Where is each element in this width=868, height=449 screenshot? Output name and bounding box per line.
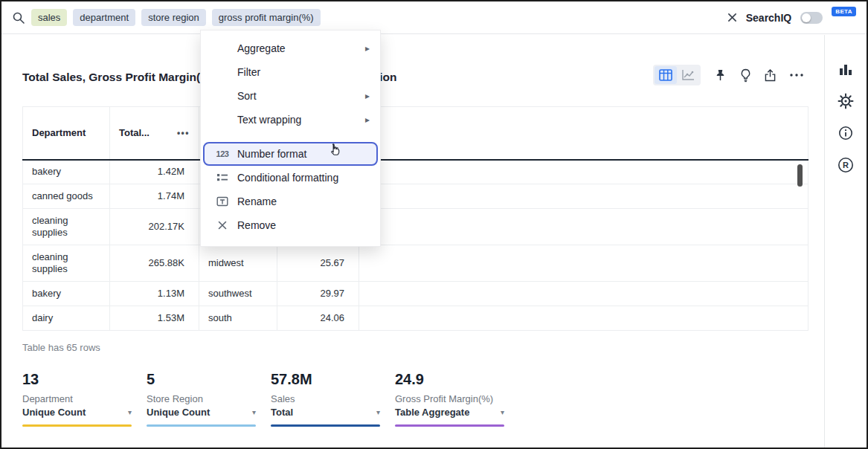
table-row: bakery 1.42M (23, 160, 808, 184)
r-badge-icon[interactable]: R (838, 157, 854, 173)
search-token-store-region[interactable]: store region (141, 9, 206, 26)
search-token-sales[interactable]: sales (31, 9, 67, 26)
table-vertical-scrollbar[interactable] (797, 164, 803, 187)
submenu-arrow-icon: ▸ (365, 43, 370, 54)
cell-department: dairy (23, 306, 110, 331)
clear-search-icon[interactable] (727, 13, 737, 22)
cell-total: 1.13M (110, 282, 199, 306)
card-accent-bar (22, 424, 132, 427)
chart-view-icon[interactable] (677, 66, 699, 84)
card-accent-bar (395, 424, 504, 427)
searchiq-label: SearchIQ (746, 12, 791, 24)
chevron-down-icon[interactable]: ▾ (252, 408, 256, 416)
cell-filler (359, 209, 808, 245)
share-icon[interactable] (765, 69, 776, 82)
view-switcher (653, 65, 701, 85)
cell-filler (359, 184, 808, 209)
card-aggregation: Unique Count (22, 407, 86, 418)
cell-department: bakery (23, 160, 110, 184)
cell-department: bakery (23, 282, 110, 306)
column-context-menu: Aggregate ▸ Filter Sort ▸ Text wrapping … (200, 30, 381, 247)
table-row: cleaning supplies 202.17K (23, 209, 808, 245)
cell-store-region: southwest (199, 282, 277, 306)
cell-department: canned goods (23, 184, 110, 209)
card-label: Department (22, 393, 132, 404)
summary-card-department: 13 Department Unique Count ▾ (22, 371, 132, 427)
right-rail: R (824, 35, 867, 448)
chevron-down-icon[interactable]: ▾ (501, 408, 504, 416)
menu-item-label: Remove (237, 219, 276, 231)
column-header-filler (359, 107, 808, 160)
cell-total: 1.42M (110, 160, 199, 184)
app-window: sales department store region gross prof… (0, 0, 868, 449)
beta-badge: BETA (832, 7, 856, 16)
card-aggregation: Table Aggregate (395, 407, 469, 418)
summary-card-store-region: 5 Store Region Unique Count ▾ (147, 371, 256, 427)
cell-total: 1.53M (110, 306, 199, 331)
column-header-total[interactable]: Total... ••• (110, 107, 199, 160)
column-header-department[interactable]: Department (23, 107, 110, 160)
svg-text:R: R (843, 161, 849, 169)
card-value: 57.8M (271, 371, 380, 388)
cell-store-region: south (199, 306, 277, 331)
card-label: Gross Profit Margin(%) (395, 393, 504, 404)
cell-filler (359, 306, 808, 331)
pin-icon[interactable] (714, 68, 727, 83)
search-bar-right: SearchIQ BETA (727, 12, 856, 24)
cell-filler (359, 282, 808, 306)
search-bar: sales department store region gross prof… (1, 1, 867, 34)
menu-item-rename[interactable]: Rename (201, 190, 380, 213)
table-view-icon[interactable] (655, 66, 677, 84)
search-token-department[interactable]: department (73, 9, 135, 26)
menu-item-label: Sort (237, 90, 257, 102)
menu-item-aggregate[interactable]: Aggregate ▸ (201, 36, 380, 60)
searchiq-toggle[interactable] (800, 12, 823, 24)
conditional-formatting-icon (213, 172, 231, 184)
cell-total: 265.88K (110, 245, 199, 282)
column-menu-icon[interactable]: ••• (177, 128, 190, 138)
chart-config-icon[interactable] (838, 62, 853, 77)
card-value: 24.9 (395, 371, 504, 388)
summary-cards: 13 Department Unique Count ▾ 5 Store Reg… (22, 371, 504, 427)
menu-item-text-wrapping[interactable]: Text wrapping ▸ (201, 108, 380, 132)
lightbulb-icon[interactable] (740, 68, 751, 83)
row-count-label: Table has 65 rows (22, 342, 100, 353)
remove-icon (213, 221, 231, 230)
toggle-knob (802, 13, 811, 22)
card-aggregation: Unique Count (147, 407, 210, 418)
submenu-arrow-icon: ▸ (365, 114, 370, 125)
menu-item-conditional-formatting[interactable]: Conditional formatting (201, 166, 380, 190)
menu-separator (201, 132, 380, 142)
summary-card-sales: 57.8M Sales Total ▾ (271, 371, 380, 427)
summary-card-gross-profit-margin: 24.9 Gross Profit Margin(%) Table Aggreg… (395, 371, 504, 427)
search-token-gross-profit-margin[interactable]: gross profit margin(%) (212, 9, 321, 26)
search-icon[interactable] (12, 11, 25, 25)
menu-item-sort[interactable]: Sort ▸ (201, 84, 380, 108)
card-accent-bar (147, 424, 256, 427)
card-label: Store Region (147, 393, 256, 404)
chevron-down-icon[interactable]: ▾ (128, 408, 132, 416)
card-value: 5 (147, 371, 256, 388)
cell-store-region: midwest (199, 245, 277, 282)
results-table: Department Total... ••• bakery 1.42M (22, 106, 808, 331)
menu-item-filter[interactable]: Filter (201, 60, 380, 84)
cell-gpm: 25.67 (277, 245, 359, 282)
card-accent-bar (271, 424, 380, 427)
settings-gear-icon[interactable] (838, 93, 854, 109)
menu-item-label: Text wrapping (237, 114, 301, 126)
cell-filler (359, 245, 808, 282)
table-header-row: Department Total... ••• (23, 107, 808, 160)
info-icon[interactable] (838, 126, 853, 140)
menu-item-label: Conditional formatting (237, 172, 338, 184)
menu-item-number-format[interactable]: 123 Number format (203, 142, 378, 166)
table-row: bakery 1.13M southwest 29.97 (23, 282, 808, 306)
more-options-icon[interactable] (789, 73, 804, 77)
cell-department: cleaning supplies (23, 245, 110, 282)
column-header-total-label: Total... (119, 127, 150, 138)
menu-item-remove[interactable]: Remove (201, 213, 380, 237)
cell-filler (359, 160, 808, 184)
cell-total: 202.17K (110, 209, 199, 245)
card-aggregation: Total (271, 407, 293, 418)
cell-total: 1.74M (110, 184, 199, 209)
chevron-down-icon[interactable]: ▾ (376, 408, 380, 416)
